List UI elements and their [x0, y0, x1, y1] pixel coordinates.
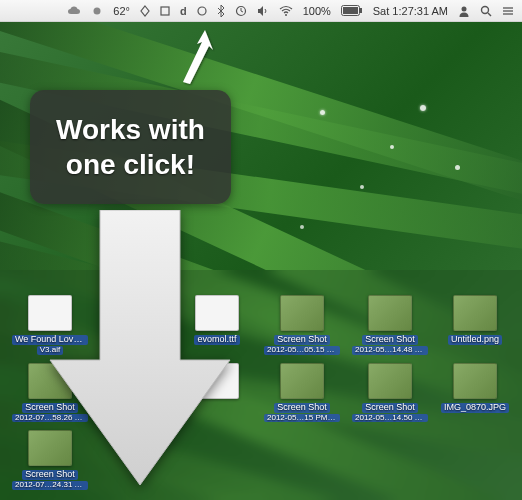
datetime-text: Sat 1:27:31 AM [371, 0, 450, 21]
weather-icon[interactable] [89, 0, 105, 21]
pointer-arrow-graphic [155, 24, 225, 94]
svg-point-8 [462, 6, 467, 11]
desktop-file-item[interactable]: Screen Shot2012-05…14.48 PM [352, 295, 428, 355]
file-icon [368, 363, 412, 399]
bluetooth-icon[interactable] [215, 0, 227, 21]
file-sublabel: 2012-05…05.15 PM [264, 346, 340, 355]
desktop-file-item[interactable]: Screen Shot2012-05…14.50 PM [352, 363, 428, 423]
menu-extra-icon-2[interactable] [158, 0, 172, 21]
menubar: 62° d 100% Sat 1:27:31 AM [0, 0, 522, 22]
callout-line-1: Works with [56, 112, 205, 147]
temperature-text: 62° [111, 0, 132, 21]
callout-line-2: one click! [56, 147, 205, 182]
file-label: Screen Shot [362, 403, 418, 413]
desktop-file-item[interactable]: Screen Shot2012-05…15 PM (2) [264, 363, 340, 423]
notification-center-icon[interactable] [500, 0, 516, 21]
file-icon [368, 295, 412, 331]
battery-icon[interactable] [339, 0, 365, 21]
desktop-file-item[interactable]: Untitled.png [440, 295, 510, 355]
file-icon [280, 295, 324, 331]
file-sublabel: 2012-05…15 PM (2) [264, 414, 340, 423]
big-down-arrow-graphic [45, 210, 235, 490]
volume-icon[interactable] [255, 0, 271, 21]
menu-extra-d-icon[interactable]: d [178, 0, 189, 21]
cloud-icon[interactable] [65, 0, 83, 21]
time-machine-icon[interactable] [233, 0, 249, 21]
user-icon[interactable] [456, 0, 472, 21]
svg-point-0 [94, 7, 101, 14]
file-sublabel: 2012-05…14.50 PM [352, 414, 428, 423]
file-icon [453, 295, 497, 331]
svg-rect-6 [360, 8, 362, 13]
svg-rect-7 [343, 7, 358, 14]
file-sublabel: 2012-05…14.48 PM [352, 346, 428, 355]
svg-point-4 [285, 14, 287, 16]
desktop-file-item[interactable]: IMG_0870.JPG [440, 363, 510, 423]
svg-rect-1 [161, 7, 169, 15]
file-label: Untitled.png [448, 335, 502, 345]
svg-line-10 [488, 13, 491, 16]
spotlight-icon[interactable] [478, 0, 494, 21]
wifi-icon[interactable] [277, 0, 295, 21]
file-icon [453, 363, 497, 399]
file-label: IMG_0870.JPG [441, 403, 509, 413]
menu-extra-icon-1[interactable] [138, 0, 152, 21]
desktop-file-item[interactable]: Screen Shot2012-05…05.15 PM [264, 295, 340, 355]
battery-percent-text: 100% [301, 0, 333, 21]
file-icon [280, 363, 324, 399]
menu-extra-icon-3[interactable] [195, 0, 209, 21]
file-label: Screen Shot [274, 403, 330, 413]
file-label: Screen Shot [362, 335, 418, 345]
callout-panel: Works with one click! [30, 90, 231, 204]
svg-point-2 [198, 7, 206, 15]
file-label: Screen Shot [274, 335, 330, 345]
svg-point-9 [482, 6, 489, 13]
